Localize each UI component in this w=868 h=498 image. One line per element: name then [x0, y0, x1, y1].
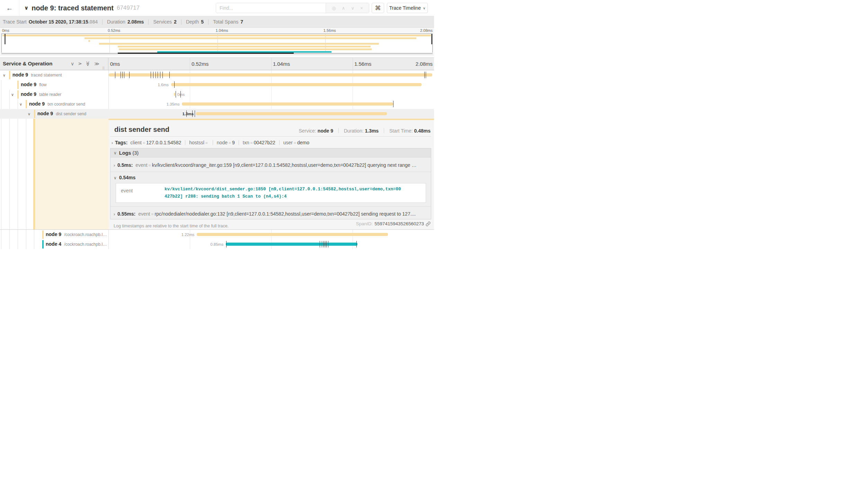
- span-operation-name: dist sender send: [56, 111, 86, 116]
- span-duration-label: 0.85ms: [210, 242, 223, 246]
- log-timestamp: 0.54ms: [119, 175, 135, 180]
- logs-body: ›0.5ms:event=kv/kvclient/kvcoord/range_i…: [110, 158, 431, 219]
- prev-match-icon[interactable]: ∧: [342, 6, 345, 11]
- minimap-left-scrubber[interactable]: [5, 34, 6, 44]
- span-color-bar: [33, 119, 35, 229]
- minimap-right-scrubber[interactable]: [431, 34, 432, 44]
- collapse-one-icon[interactable]: ∨: [71, 61, 74, 66]
- gridline: [271, 58, 272, 70]
- summary-item: Depth5: [186, 19, 204, 25]
- expand-all-icon[interactable]: ≫: [94, 61, 99, 66]
- chevron-down-icon[interactable]: ∨: [24, 5, 28, 11]
- detail-indent-fill: [35, 119, 108, 229]
- timeline-axis-tick: 0ms: [110, 61, 120, 67]
- span-event-tick: [325, 241, 325, 247]
- log-entry-2: ∨0.54ms event kv/kvclient/kvcoord/dist_s…: [110, 172, 431, 207]
- span-row[interactable]: ∨node 9dist sender send1.3ms: [0, 109, 434, 119]
- minimap-zone: 0ms0.52ms1.04ms1.56ms2.08ms: [0, 28, 434, 56]
- chevron-down-icon[interactable]: ∨: [28, 112, 30, 116]
- event-field-value: kv/kvclient/kvcoord/dist_sender.go:1850 …: [165, 183, 426, 202]
- back-button[interactable]: ←: [0, 0, 19, 16]
- log-field-key: event: [138, 211, 150, 217]
- minimap-span-bar: [88, 40, 90, 42]
- find-input[interactable]: [216, 3, 326, 13]
- span-row[interactable]: ∨node 9table reader0ms: [0, 90, 434, 99]
- divider: [102, 19, 103, 25]
- span-color-bar: [9, 71, 10, 79]
- timeline-axis-tick: 1.56ms: [354, 61, 371, 67]
- service-value: node 9: [318, 128, 333, 134]
- keyboard-shortcuts-button[interactable]: ⌘: [372, 3, 384, 13]
- span-event-tick: [158, 72, 158, 78]
- span-row[interactable]: ∨node 9txn coordinator send1.35ms: [0, 99, 434, 109]
- span-color-bar: [42, 230, 44, 239]
- span-event-tick: [169, 72, 170, 78]
- span-row[interactable]: ∨node 9traced statement: [0, 70, 434, 80]
- chevron-down-icon[interactable]: ∨: [3, 73, 6, 78]
- duration-label: Duration:: [344, 128, 364, 134]
- span-event-tick: [322, 241, 322, 247]
- minimap-axis-tick: 1.04ms: [216, 28, 228, 33]
- span-event-tick: [426, 72, 426, 78]
- span-duration-label: 0ms: [177, 92, 185, 97]
- column-resizer-grip[interactable]: ||: [103, 66, 105, 70]
- span-rows-top: ∨node 9traced statementnode 9flow1.6ms∨n…: [0, 70, 434, 119]
- span-duration-label: 1.3ms: [182, 112, 194, 116]
- gridline: [190, 58, 190, 70]
- gridline: [353, 58, 353, 70]
- collapse-all-icon[interactable]: ≫: [85, 61, 91, 66]
- logs-section: ∨ Logs (3) ›0.5ms:event=kv/kvclient/kvco…: [110, 148, 431, 219]
- span-operation-name: txn coordinator send: [47, 102, 85, 107]
- clear-search-icon[interactable]: ×: [360, 6, 363, 11]
- next-match-icon[interactable]: ∨: [351, 6, 354, 11]
- divider: [239, 140, 239, 145]
- chevron-down-icon[interactable]: ∨: [19, 102, 22, 107]
- event-text-line1: kv/kvclient/kvcoord/dist_sender.go:1850 …: [165, 186, 422, 193]
- logs-header[interactable]: ∨ Logs (3): [110, 148, 431, 157]
- span-duration-label: 1.35ms: [167, 102, 180, 106]
- link-icon[interactable]: [426, 221, 431, 226]
- chevron-right-icon: ›: [112, 141, 113, 145]
- locate-icon[interactable]: ◎: [332, 6, 336, 11]
- span-event-tick: [153, 72, 153, 78]
- minimap-axis-tick: 0ms: [2, 28, 9, 33]
- span-duration-bar[interactable]: [196, 112, 387, 115]
- span-row[interactable]: node 9flow1.6ms: [0, 80, 434, 90]
- span-event-tick: [324, 241, 324, 247]
- span-duration-bar[interactable]: [171, 83, 422, 86]
- view-selector-button[interactable]: Trace Timeline ∨: [387, 3, 428, 13]
- top-bar: ← ∨ node 9: traced statement 6749717 ◎∧∨…: [0, 0, 434, 16]
- log-entry-3[interactable]: ›0.55ms:event=rpc/nodedialer/nodedialer.…: [110, 207, 431, 220]
- span-color-bar: [34, 110, 35, 118]
- event-field-label: event: [116, 183, 165, 202]
- span-id-row: SpanID: 5597415943526560273: [356, 221, 431, 226]
- span-detail-row: dist sender send Service: node 9 Duratio…: [0, 119, 434, 230]
- log-entry-1[interactable]: ›0.5ms:event=kv/kvclient/kvcoord/range_i…: [110, 158, 431, 172]
- span-rows-bottom: node 9/cockroach.roachpb.I…1.22msnode 4/…: [0, 230, 434, 249]
- chevron-down-icon[interactable]: ∨: [11, 92, 14, 97]
- span-duration-bar[interactable]: [174, 93, 175, 96]
- find-controls: ◎∧∨×: [326, 3, 369, 13]
- tree-guide-line: [9, 119, 10, 229]
- timeline-axis-tick: 1.04ms: [273, 61, 290, 67]
- span-event-tick: [156, 72, 156, 78]
- expand-one-icon[interactable]: ∨: [77, 62, 82, 65]
- span-event-tick: [328, 241, 328, 247]
- span-duration-bar[interactable]: [182, 102, 393, 106]
- span-duration-bar[interactable]: [197, 233, 388, 236]
- minimap-span-bar: [118, 46, 371, 47]
- span-service-name: node 9table reader: [21, 91, 61, 97]
- trace-minimap[interactable]: [1, 34, 433, 54]
- span-event-tick: [424, 72, 425, 78]
- event-text-line2: 427b22] r288: sending batch 1 Scan to (n…: [165, 193, 422, 200]
- tags-row[interactable]: ›Tags:client=127.0.0.1:54582hostssl=node…: [112, 140, 431, 145]
- span-row[interactable]: node 9/cockroach.roachpb.I…1.22ms: [0, 230, 434, 239]
- summary-item: Total Spans7: [213, 19, 243, 25]
- log-entry-2-header[interactable]: ∨0.54ms: [110, 175, 431, 180]
- minimap-scrollbar-track: [1, 53, 433, 54]
- span-row[interactable]: node 4/cockroach.roachpb.I…0.85ms: [0, 239, 434, 249]
- span-color-bar: [17, 81, 19, 89]
- span-id-value: 5597415943526560273: [374, 221, 424, 226]
- span-duration-bar[interactable]: [226, 243, 357, 246]
- minimap-scrollbar-thumb[interactable]: [118, 53, 294, 54]
